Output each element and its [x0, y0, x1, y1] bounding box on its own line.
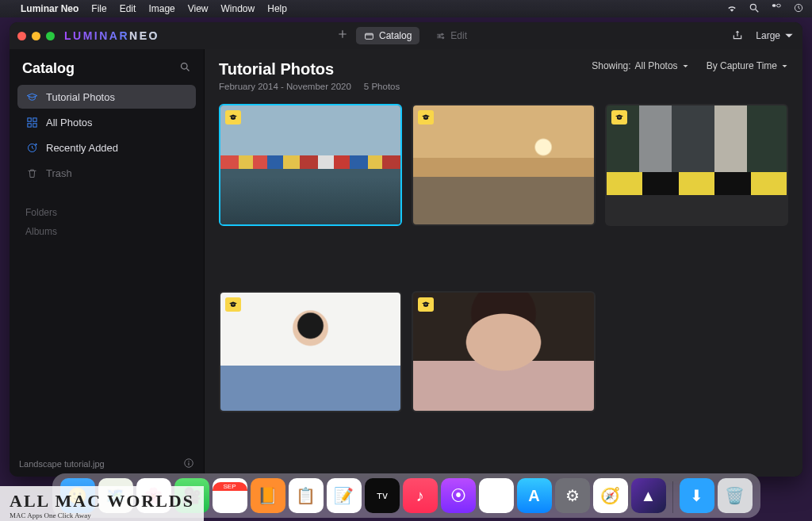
- thumbnail[interactable]: [219, 291, 402, 413]
- workspace: Tutorial Photos February 2014 - November…: [205, 49, 802, 477]
- svg-rect-3: [777, 4, 781, 7]
- dock-calendar[interactable]: SEP 13: [213, 478, 247, 513]
- calendar-month: SEP: [213, 482, 247, 491]
- close-button[interactable]: [17, 32, 26, 40]
- svg-point-8: [442, 36, 444, 38]
- tutorial-badge-icon: [418, 110, 434, 125]
- svg-line-10: [186, 68, 189, 71]
- svg-rect-12: [33, 117, 36, 121]
- sort-label: By Capture Time: [707, 60, 777, 71]
- wifi-icon[interactable]: [726, 2, 737, 16]
- sidebar: Catalog Tutorial Photos All Photos Recen…: [10, 49, 205, 477]
- dock-music[interactable]: ♪: [403, 478, 438, 513]
- dock-reminders[interactable]: 📋: [289, 478, 324, 513]
- sidebar-item-label: Tutorial Photos: [46, 91, 115, 103]
- thumbnail-image: [220, 293, 400, 412]
- tutorial-badge-icon: [225, 110, 241, 125]
- dock-news[interactable]: N: [479, 478, 514, 513]
- thumbnail[interactable]: [412, 291, 595, 413]
- thumbnail-size-label: Large: [756, 30, 780, 41]
- menubar-item-file[interactable]: File: [91, 3, 106, 14]
- dock-appstore[interactable]: A: [517, 478, 552, 513]
- dock-podcasts[interactable]: ⦿: [441, 478, 476, 513]
- svg-rect-14: [33, 123, 36, 126]
- svg-point-6: [442, 33, 443, 35]
- svg-rect-11: [27, 117, 30, 121]
- dock-notes[interactable]: 📝: [327, 478, 362, 513]
- calendar-day: 13: [220, 491, 238, 509]
- dock-downloads[interactable]: ⬇︎: [680, 478, 714, 513]
- dock-luminar-neo[interactable]: ▲: [631, 478, 666, 513]
- add-button[interactable]: [337, 29, 348, 43]
- grid-icon: [25, 116, 38, 128]
- sidebar-search-icon[interactable]: [179, 61, 191, 76]
- thumbnail-image: [413, 293, 593, 412]
- thumbnail[interactable]: [219, 104, 402, 226]
- menubar-item-window[interactable]: Window: [221, 3, 255, 14]
- info-icon[interactable]: [183, 458, 194, 470]
- mode-catalog-label: Catalog: [379, 30, 412, 41]
- menubar-appname[interactable]: Luminar Neo: [21, 3, 79, 14]
- app-window: LUMINARNEO Catalog Edit Large Cata: [10, 22, 802, 477]
- sidebar-item-label: Recently Added: [46, 142, 118, 154]
- search-icon[interactable]: [749, 2, 760, 16]
- dock-tv[interactable]: ᴛᴠ: [365, 478, 400, 513]
- tutorial-badge-icon: [611, 110, 627, 125]
- dock-separator: [672, 481, 673, 513]
- svg-point-7: [439, 35, 441, 36]
- dock-settings[interactable]: ⚙︎: [555, 478, 590, 513]
- thumbnail[interactable]: [412, 104, 595, 226]
- thumbnail-grid: [219, 104, 788, 412]
- thumbnail-image: [220, 105, 400, 224]
- clock-icon[interactable]: [793, 2, 804, 16]
- menubar-item-help[interactable]: Help: [267, 3, 287, 14]
- thumbnail-image: [413, 105, 593, 224]
- svg-line-1: [756, 9, 759, 12]
- dock-books[interactable]: 📙: [251, 478, 285, 513]
- sidebar-title: Catalog: [22, 60, 75, 77]
- sidebar-section-albums[interactable]: Albums: [17, 220, 196, 239]
- menubar-item-edit[interactable]: Edit: [120, 3, 136, 14]
- trash-icon: [25, 167, 38, 179]
- app-brand: LUMINARNEO: [64, 29, 159, 42]
- sidebar-item-all-photos[interactable]: All Photos: [17, 110, 196, 134]
- dock-safari[interactable]: 🧭: [593, 478, 628, 513]
- sidebar-section-folders[interactable]: Folders: [17, 201, 196, 220]
- mode-catalog[interactable]: Catalog: [356, 27, 419, 44]
- watermark-title: ALL MAC WORLDS: [10, 491, 194, 511]
- svg-rect-13: [27, 123, 30, 126]
- sidebar-item-tutorial-photos[interactable]: Tutorial Photos: [17, 85, 196, 109]
- filter-showing-dropdown[interactable]: Showing: All Photos: [592, 60, 688, 71]
- watermark-subtitle: MAC Apps One Click Away: [10, 511, 194, 519]
- sidebar-item-trash[interactable]: Trash: [17, 161, 196, 185]
- control-center-icon[interactable]: [771, 2, 782, 16]
- sort-dropdown[interactable]: By Capture Time: [707, 60, 788, 71]
- thumbnail[interactable]: [605, 104, 788, 226]
- svg-point-0: [750, 4, 756, 10]
- sidebar-item-recently-added[interactable]: Recently Added: [17, 136, 196, 159]
- minimize-button[interactable]: [32, 32, 40, 40]
- dock-trash[interactable]: 🗑️: [718, 478, 753, 513]
- sidebar-item-label: All Photos: [46, 117, 93, 128]
- filter-showing-value: All Photos: [635, 60, 678, 71]
- graduation-cap-icon: [25, 90, 38, 103]
- zoom-button[interactable]: [46, 32, 55, 40]
- thumbnail-size-dropdown[interactable]: Large: [756, 30, 795, 41]
- menubar-item-view[interactable]: View: [188, 3, 209, 14]
- share-button[interactable]: [732, 29, 743, 43]
- svg-rect-5: [366, 33, 373, 39]
- window-titlebar: LUMINARNEO Catalog Edit Large: [10, 22, 802, 50]
- collection-title: Tutorial Photos: [219, 60, 400, 79]
- mode-edit-label: Edit: [450, 30, 467, 41]
- traffic-lights: [17, 32, 55, 40]
- svg-rect-18: [188, 462, 189, 465]
- menubar-item-image[interactable]: Image: [148, 3, 174, 14]
- status-filename: Landscape tutorial.jpg: [19, 459, 105, 469]
- thumbnail-image: [607, 105, 787, 224]
- mode-edit[interactable]: Edit: [427, 27, 475, 44]
- clock-plus-icon: [25, 141, 38, 154]
- tutorial-badge-icon: [418, 297, 434, 312]
- svg-point-9: [182, 63, 188, 70]
- svg-rect-2: [772, 4, 776, 7]
- collection-count: 5 Photos: [364, 82, 400, 91]
